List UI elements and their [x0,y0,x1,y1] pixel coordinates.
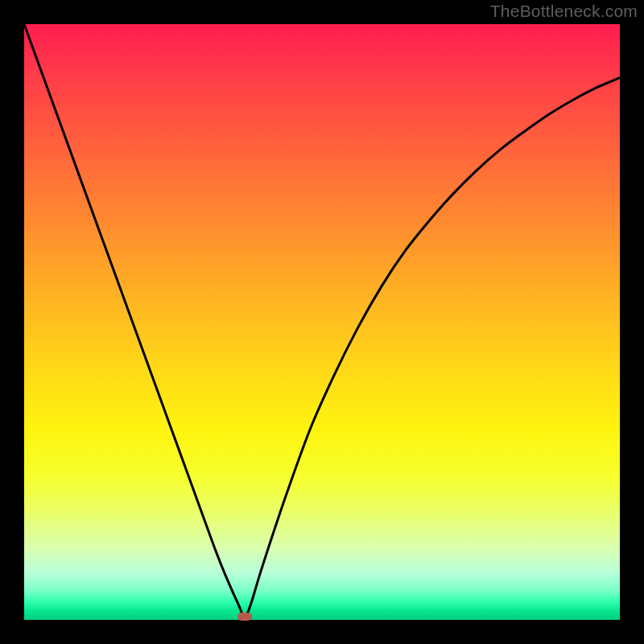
watermark-text: TheBottleneck.com [490,2,638,21]
bottleneck-curve [24,24,620,617]
chart-frame: TheBottleneck.com [0,0,644,644]
optimal-point-marker [237,613,252,621]
curve-svg [24,24,620,620]
plot-area [24,24,620,620]
